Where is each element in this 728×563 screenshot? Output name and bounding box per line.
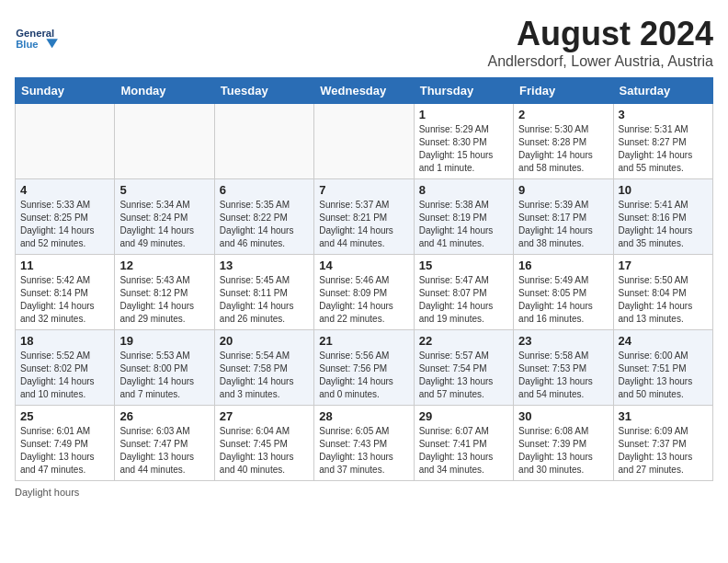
day-number: 19	[119, 334, 209, 348]
weekday-header-thursday: Thursday	[414, 78, 513, 104]
calendar-cell: 14Sunrise: 5:46 AM Sunset: 8:09 PM Dayli…	[314, 255, 414, 330]
calendar-cell: 28Sunrise: 6:05 AM Sunset: 7:43 PM Dayli…	[314, 406, 414, 481]
day-info: Sunrise: 5:29 AM Sunset: 8:30 PM Dayligh…	[419, 123, 508, 175]
calendar-cell: 1Sunrise: 5:29 AM Sunset: 8:30 PM Daylig…	[414, 104, 513, 179]
calendar-week-row: 4Sunrise: 5:33 AM Sunset: 8:25 PM Daylig…	[16, 179, 713, 255]
day-number: 27	[220, 409, 309, 423]
calendar-week-row: 1Sunrise: 5:29 AM Sunset: 8:30 PM Daylig…	[16, 104, 713, 179]
day-info: Sunrise: 5:49 AM Sunset: 8:05 PM Dayligh…	[518, 274, 608, 326]
day-number: 21	[319, 334, 408, 348]
calendar-cell	[314, 104, 414, 179]
calendar-cell: 3Sunrise: 5:31 AM Sunset: 8:27 PM Daylig…	[613, 104, 712, 179]
calendar-cell: 18Sunrise: 5:52 AM Sunset: 8:02 PM Dayli…	[16, 330, 115, 406]
calendar-cell: 25Sunrise: 6:01 AM Sunset: 7:49 PM Dayli…	[16, 406, 115, 481]
calendar-cell	[115, 104, 214, 179]
day-number: 12	[119, 259, 209, 272]
day-number: 1	[419, 108, 508, 121]
day-info: Sunrise: 6:07 AM Sunset: 7:41 PM Dayligh…	[419, 425, 508, 477]
day-number: 14	[319, 259, 408, 272]
day-number: 5	[119, 183, 209, 197]
weekday-header-monday: Monday	[115, 78, 214, 104]
calendar-cell	[214, 104, 313, 179]
location-title: Andlersdorf, Lower Austria, Austria	[488, 53, 713, 70]
day-info: Sunrise: 6:08 AM Sunset: 7:39 PM Dayligh…	[518, 425, 608, 477]
calendar-table: SundayMondayTuesdayWednesdayThursdayFrid…	[15, 77, 713, 481]
calendar-cell: 7Sunrise: 5:37 AM Sunset: 8:21 PM Daylig…	[314, 179, 414, 255]
day-number: 10	[619, 183, 708, 197]
calendar-cell: 15Sunrise: 5:47 AM Sunset: 8:07 PM Dayli…	[414, 255, 513, 330]
day-number: 15	[419, 259, 508, 272]
calendar-cell: 8Sunrise: 5:38 AM Sunset: 8:19 PM Daylig…	[414, 179, 513, 255]
day-number: 25	[20, 409, 109, 423]
footer-note: Daylight hours	[15, 487, 713, 498]
day-info: Sunrise: 5:56 AM Sunset: 7:56 PM Dayligh…	[319, 350, 408, 401]
day-number: 20	[220, 334, 309, 348]
day-number: 3	[619, 108, 708, 121]
weekday-header-tuesday: Tuesday	[214, 78, 313, 104]
calendar-cell: 21Sunrise: 5:56 AM Sunset: 7:56 PM Dayli…	[314, 330, 414, 406]
calendar-cell: 19Sunrise: 5:53 AM Sunset: 8:00 PM Dayli…	[115, 330, 214, 406]
day-number: 7	[319, 183, 408, 197]
day-number: 28	[319, 409, 408, 423]
calendar-cell: 6Sunrise: 5:35 AM Sunset: 8:22 PM Daylig…	[214, 179, 313, 255]
calendar-cell: 31Sunrise: 6:09 AM Sunset: 7:37 PM Dayli…	[613, 406, 712, 481]
calendar-cell: 16Sunrise: 5:49 AM Sunset: 8:05 PM Dayli…	[514, 255, 613, 330]
calendar-cell: 26Sunrise: 6:03 AM Sunset: 7:47 PM Dayli…	[115, 406, 214, 481]
day-info: Sunrise: 5:53 AM Sunset: 8:00 PM Dayligh…	[119, 350, 209, 401]
calendar-cell: 4Sunrise: 5:33 AM Sunset: 8:25 PM Daylig…	[16, 179, 115, 255]
calendar-cell: 29Sunrise: 6:07 AM Sunset: 7:41 PM Dayli…	[414, 406, 513, 481]
calendar-cell: 30Sunrise: 6:08 AM Sunset: 7:39 PM Dayli…	[514, 406, 613, 481]
calendar-cell: 12Sunrise: 5:43 AM Sunset: 8:12 PM Dayli…	[115, 255, 214, 330]
day-info: Sunrise: 5:39 AM Sunset: 8:17 PM Dayligh…	[518, 199, 608, 250]
svg-text:Blue: Blue	[16, 39, 38, 50]
calendar-cell: 10Sunrise: 5:41 AM Sunset: 8:16 PM Dayli…	[613, 179, 712, 255]
day-info: Sunrise: 6:09 AM Sunset: 7:37 PM Dayligh…	[619, 425, 708, 477]
logo: General Blue	[15, 15, 61, 61]
calendar-cell: 11Sunrise: 5:42 AM Sunset: 8:14 PM Dayli…	[16, 255, 115, 330]
day-info: Sunrise: 5:41 AM Sunset: 8:16 PM Dayligh…	[619, 199, 708, 250]
calendar-cell: 9Sunrise: 5:39 AM Sunset: 8:17 PM Daylig…	[514, 179, 613, 255]
day-info: Sunrise: 5:34 AM Sunset: 8:24 PM Dayligh…	[119, 199, 209, 250]
calendar-cell: 20Sunrise: 5:54 AM Sunset: 7:58 PM Dayli…	[214, 330, 313, 406]
calendar-cell: 13Sunrise: 5:45 AM Sunset: 8:11 PM Dayli…	[214, 255, 313, 330]
calendar-week-row: 11Sunrise: 5:42 AM Sunset: 8:14 PM Dayli…	[16, 255, 713, 330]
day-number: 11	[20, 259, 109, 272]
day-info: Sunrise: 5:57 AM Sunset: 7:54 PM Dayligh…	[419, 350, 508, 401]
page-header: General Blue August 2024 Andlersdorf, Lo…	[15, 15, 713, 70]
day-info: Sunrise: 6:01 AM Sunset: 7:49 PM Dayligh…	[20, 425, 109, 477]
day-info: Sunrise: 6:05 AM Sunset: 7:43 PM Dayligh…	[319, 425, 408, 477]
day-info: Sunrise: 5:43 AM Sunset: 8:12 PM Dayligh…	[119, 274, 209, 326]
weekday-header-sunday: Sunday	[16, 78, 115, 104]
calendar-cell: 17Sunrise: 5:50 AM Sunset: 8:04 PM Dayli…	[613, 255, 712, 330]
calendar-cell: 24Sunrise: 6:00 AM Sunset: 7:51 PM Dayli…	[613, 330, 712, 406]
day-info: Sunrise: 5:58 AM Sunset: 7:53 PM Dayligh…	[518, 350, 608, 401]
weekday-header-wednesday: Wednesday	[314, 78, 414, 104]
day-number: 8	[419, 183, 508, 197]
weekday-header-saturday: Saturday	[613, 78, 712, 104]
calendar-week-row: 25Sunrise: 6:01 AM Sunset: 7:49 PM Dayli…	[16, 406, 713, 481]
day-number: 2	[518, 108, 608, 121]
day-info: Sunrise: 6:00 AM Sunset: 7:51 PM Dayligh…	[619, 350, 708, 401]
day-number: 22	[419, 334, 508, 348]
day-info: Sunrise: 5:47 AM Sunset: 8:07 PM Dayligh…	[419, 274, 508, 326]
day-number: 30	[518, 409, 608, 423]
svg-text:General: General	[16, 28, 54, 39]
day-number: 31	[619, 409, 708, 423]
calendar-cell: 2Sunrise: 5:30 AM Sunset: 8:28 PM Daylig…	[514, 104, 613, 179]
day-info: Sunrise: 5:37 AM Sunset: 8:21 PM Dayligh…	[319, 199, 408, 250]
day-number: 26	[119, 409, 209, 423]
day-info: Sunrise: 6:03 AM Sunset: 7:47 PM Dayligh…	[119, 425, 209, 477]
day-number: 18	[20, 334, 109, 348]
day-number: 6	[220, 183, 309, 197]
day-info: Sunrise: 5:54 AM Sunset: 7:58 PM Dayligh…	[220, 350, 309, 401]
day-number: 23	[518, 334, 608, 348]
weekday-header-row: SundayMondayTuesdayWednesdayThursdayFrid…	[16, 78, 713, 104]
weekday-header-friday: Friday	[514, 78, 613, 104]
day-info: Sunrise: 5:35 AM Sunset: 8:22 PM Dayligh…	[220, 199, 309, 250]
day-number: 16	[518, 259, 608, 272]
calendar-week-row: 18Sunrise: 5:52 AM Sunset: 8:02 PM Dayli…	[16, 330, 713, 406]
day-number: 24	[619, 334, 708, 348]
day-number: 9	[518, 183, 608, 197]
calendar-cell: 5Sunrise: 5:34 AM Sunset: 8:24 PM Daylig…	[115, 179, 214, 255]
day-info: Sunrise: 5:52 AM Sunset: 8:02 PM Dayligh…	[20, 350, 109, 401]
